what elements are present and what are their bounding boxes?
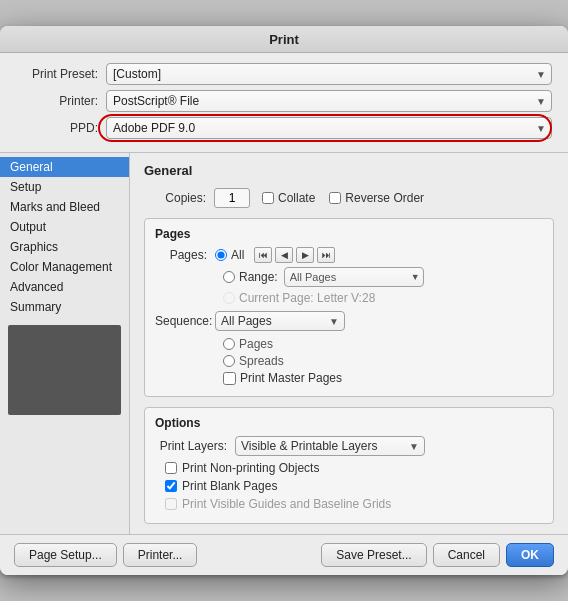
page-preview-thumbnail: [8, 325, 121, 415]
sidebar-item-graphics[interactable]: Graphics: [0, 237, 129, 257]
print-visible-guides-row: Print Visible Guides and Baseline Grids: [155, 497, 543, 511]
sidebar-item-setup[interactable]: Setup: [0, 177, 129, 197]
options-section: Options Print Layers: Visible & Printabl…: [144, 407, 554, 524]
sequence-select[interactable]: All Pages: [215, 311, 345, 331]
first-page-button[interactable]: ⏮: [254, 247, 272, 263]
printer-button[interactable]: Printer...: [123, 543, 198, 567]
current-page-row: Current Page: Letter V:28: [155, 291, 543, 305]
range-row: Range: All Pages Custom ▼: [155, 267, 543, 287]
sidebar-item-marks-bleed[interactable]: Marks and Bleed: [0, 197, 129, 217]
pages-range-option: Range:: [223, 270, 278, 284]
print-dialog: Print Print Preset: [Custom] ▼ Printer: …: [0, 26, 568, 575]
spreads-radio-option: Spreads: [155, 354, 543, 368]
collate-checkbox-label: Collate: [262, 191, 315, 205]
printer-select-wrapper: PostScript® File ▼: [106, 90, 552, 112]
pages-spread-radio[interactable]: [223, 338, 235, 350]
copies-input[interactable]: [214, 188, 250, 208]
general-panel: General Copies: Collate Reverse Order Pa…: [130, 153, 568, 534]
print-preset-label: Print Preset:: [16, 67, 106, 81]
printer-label: Printer:: [16, 94, 106, 108]
sidebar: General Setup Marks and Bleed Output Gra…: [0, 153, 130, 534]
main-area: General Setup Marks and Bleed Output Gra…: [0, 152, 568, 534]
range-select-wrapper: All Pages Custom ▼: [284, 267, 424, 287]
dialog-title: Print: [0, 26, 568, 53]
pages-section-title: Pages: [155, 227, 543, 241]
ppd-select-wrapper: Adobe PDF 9.0 ▼: [106, 117, 552, 139]
sidebar-item-general[interactable]: General: [0, 157, 129, 177]
sequence-row: Sequence: All Pages ▼: [155, 311, 543, 331]
copies-row: Copies: Collate Reverse Order: [144, 188, 554, 208]
page-setup-button[interactable]: Page Setup...: [14, 543, 117, 567]
pages-field-label: Pages:: [155, 248, 215, 262]
printer-row: Printer: PostScript® File ▼: [16, 90, 552, 112]
print-blank-pages-row: Print Blank Pages: [155, 479, 543, 493]
range-select[interactable]: All Pages Custom: [284, 267, 424, 287]
print-preset-select[interactable]: [Custom]: [106, 63, 552, 85]
next-page-button[interactable]: ▶: [296, 247, 314, 263]
sequence-select-wrapper: All Pages ▼: [215, 311, 345, 331]
spreads-radio[interactable]: [223, 355, 235, 367]
copies-label: Copies:: [144, 191, 214, 205]
sequence-label: Sequence:: [155, 314, 215, 328]
ok-button[interactable]: OK: [506, 543, 554, 567]
ppd-row: PPD: Adobe PDF 9.0 ▼: [16, 117, 552, 139]
print-layers-row: Print Layers: Visible & Printable Layers…: [155, 436, 543, 456]
last-page-button[interactable]: ⏭: [317, 247, 335, 263]
sidebar-item-output[interactable]: Output: [0, 217, 129, 237]
collate-checkbox[interactable]: [262, 192, 274, 204]
print-blank-pages-checkbox[interactable]: [165, 480, 177, 492]
print-non-printing-checkbox[interactable]: [165, 462, 177, 474]
bottom-bar-left-buttons: Page Setup... Printer...: [14, 543, 315, 567]
current-page-option: Current Page: Letter V:28: [223, 291, 375, 305]
pages-radio-option: Pages: [155, 337, 543, 351]
pages-all-option: All: [215, 248, 244, 262]
pages-all-row: Pages: All ⏮ ◀ ▶ ⏭: [155, 247, 543, 263]
bottom-bar: Page Setup... Printer... Save Preset... …: [0, 534, 568, 575]
print-visible-guides-checkbox[interactable]: [165, 498, 177, 510]
page-nav-buttons: ⏮ ◀ ▶ ⏭: [254, 247, 335, 263]
print-master-pages-checkbox[interactable]: [223, 372, 236, 385]
pages-section: Pages Pages: All ⏮ ◀ ▶ ⏭: [144, 218, 554, 397]
ppd-select[interactable]: Adobe PDF 9.0: [106, 117, 552, 139]
print-layers-select-wrapper: Visible & Printable Layers Visible Layer…: [235, 436, 425, 456]
ppd-label: PPD:: [16, 121, 106, 135]
print-preset-row: Print Preset: [Custom] ▼: [16, 63, 552, 85]
panel-title: General: [144, 163, 554, 178]
print-layers-select[interactable]: Visible & Printable Layers Visible Layer…: [235, 436, 425, 456]
prev-page-button[interactable]: ◀: [275, 247, 293, 263]
sidebar-item-color-management[interactable]: Color Management: [0, 257, 129, 277]
printer-select[interactable]: PostScript® File: [106, 90, 552, 112]
print-master-pages-row: Print Master Pages: [155, 371, 543, 385]
save-preset-button[interactable]: Save Preset...: [321, 543, 426, 567]
sidebar-item-summary[interactable]: Summary: [0, 297, 129, 317]
reverse-order-checkbox[interactable]: [329, 192, 341, 204]
print-preset-select-wrapper: [Custom] ▼: [106, 63, 552, 85]
pages-all-radio[interactable]: [215, 249, 227, 261]
current-page-radio[interactable]: [223, 292, 235, 304]
print-layers-label: Print Layers:: [155, 439, 235, 453]
top-fields-area: Print Preset: [Custom] ▼ Printer: PostSc…: [0, 53, 568, 152]
options-title: Options: [155, 416, 543, 430]
title-text: Print: [269, 32, 299, 47]
cancel-button[interactable]: Cancel: [433, 543, 500, 567]
pages-range-radio[interactable]: [223, 271, 235, 283]
reverse-order-checkbox-label: Reverse Order: [329, 191, 424, 205]
sidebar-item-advanced[interactable]: Advanced: [0, 277, 129, 297]
print-non-printing-row: Print Non-printing Objects: [155, 461, 543, 475]
